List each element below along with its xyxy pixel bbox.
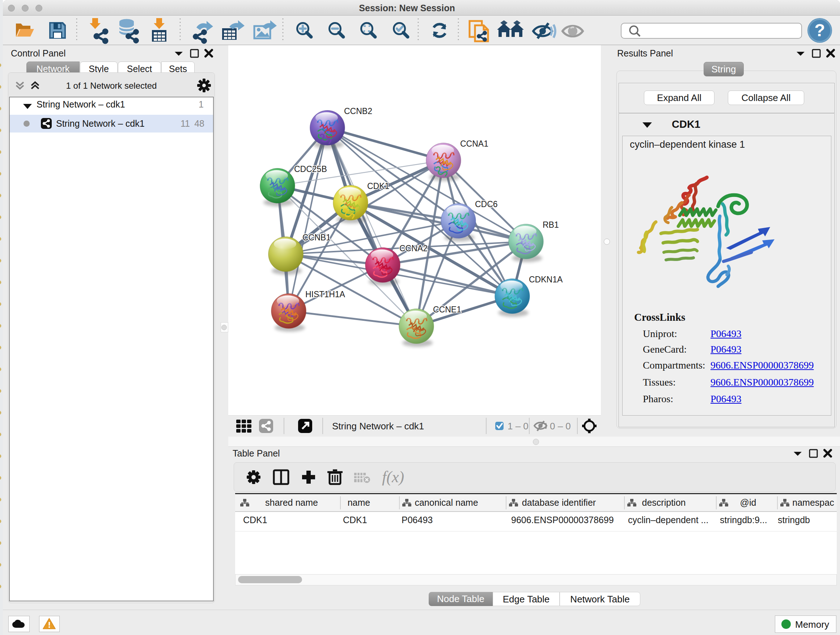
svg-text:CDK1: CDK1	[343, 515, 367, 525]
svg-text:CCNE1: CCNE1	[433, 305, 461, 314]
svg-text:CDK1: CDK1	[243, 515, 267, 525]
svg-text:?: ?	[814, 21, 825, 40]
svg-text:cyclin–dependent ...: cyclin–dependent ...	[628, 515, 708, 525]
svg-text:HIST1H1A: HIST1H1A	[305, 290, 346, 299]
svg-text:CCNB2: CCNB2	[344, 106, 372, 116]
svg-text:database identifier: database identifier	[522, 497, 596, 508]
svg-text:namespac: namespac	[792, 497, 834, 508]
svg-text:CCNA1: CCNA1	[460, 139, 488, 149]
svg-text:CDKN1A: CDKN1A	[529, 275, 563, 284]
svg-text:9606.ENSP00000378699: 9606.ENSP00000378699	[511, 515, 614, 525]
svg-text:String Network – cdk1: String Network – cdk1	[332, 421, 424, 432]
svg-text:name: name	[347, 497, 370, 508]
svg-text:1 – 0: 1 – 0	[508, 421, 529, 432]
svg-text:CDK1: CDK1	[367, 181, 389, 191]
svg-text:0 – 0: 0 – 0	[550, 421, 571, 432]
svg-text:CCNA2: CCNA2	[399, 244, 428, 253]
svg-text:f(x): f(x)	[382, 468, 404, 486]
svg-text:shared name: shared name	[265, 497, 318, 508]
svg-text:description: description	[642, 497, 686, 508]
svg-text:@id: @id	[740, 497, 756, 508]
svg-text:CDC6: CDC6	[475, 200, 498, 209]
svg-text:stringdb: stringdb	[778, 515, 810, 525]
svg-text:RB1: RB1	[543, 220, 559, 230]
svg-text:stringdb:9...: stringdb:9...	[720, 515, 767, 525]
svg-text:CCNB1: CCNB1	[302, 233, 331, 242]
svg-text:CDC25B: CDC25B	[294, 165, 327, 174]
svg-text:P06493: P06493	[401, 515, 433, 525]
svg-text:canonical name: canonical name	[415, 497, 478, 508]
